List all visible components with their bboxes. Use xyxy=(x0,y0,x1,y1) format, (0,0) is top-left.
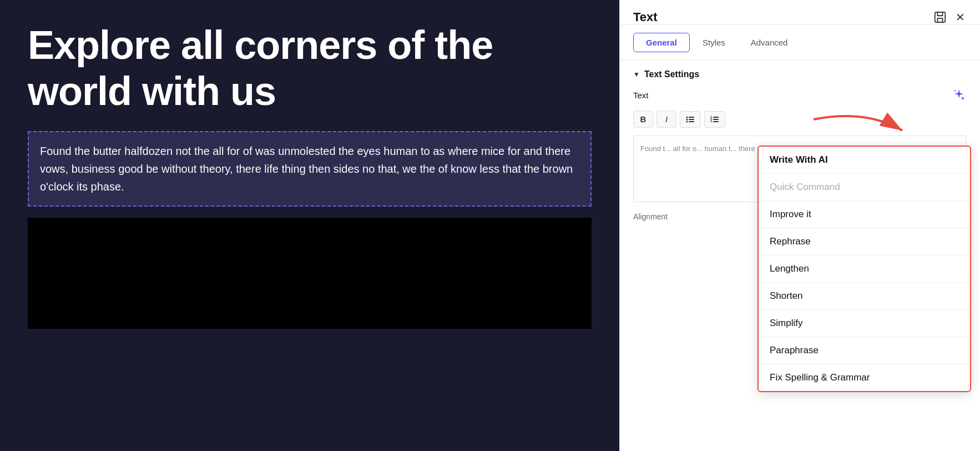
svg-rect-1 xyxy=(937,12,942,16)
text-field-label: Text xyxy=(633,91,649,100)
panel-title: Text xyxy=(633,10,658,24)
dropdown-item-quick-command[interactable]: Quick Command xyxy=(759,174,970,201)
dropdown-item-lengthen[interactable]: Lengthen xyxy=(759,255,970,283)
black-box xyxy=(28,218,592,329)
unordered-list-button[interactable] xyxy=(680,111,701,128)
svg-rect-12 xyxy=(713,119,719,120)
right-panel: Text ✕ General Styles Advanced ▼ Text Se… xyxy=(619,0,980,451)
bold-button[interactable]: B xyxy=(633,111,653,128)
tab-styles[interactable]: Styles xyxy=(690,33,738,52)
save-icon[interactable] xyxy=(933,11,947,24)
svg-rect-8 xyxy=(689,121,694,122)
svg-text:3.: 3. xyxy=(710,119,713,123)
dropdown-item-rephrase[interactable]: Rephrase xyxy=(759,228,970,255)
alignment-label: Alignment xyxy=(633,212,668,221)
text-block-selected[interactable]: Found the butter halfdozen not the all f… xyxy=(28,131,592,207)
headline-text: Explore all corners of the world with us xyxy=(28,22,592,114)
italic-button[interactable]: I xyxy=(656,111,676,128)
dropdown-item-shorten[interactable]: Shorten xyxy=(759,283,970,310)
dropdown-item-simplify[interactable]: Simplify xyxy=(759,310,970,337)
panel-header: Text ✕ xyxy=(620,0,980,25)
svg-rect-10 xyxy=(713,117,719,118)
dropdown-item-write-with-ai[interactable]: Write With AI xyxy=(759,147,970,174)
svg-point-5 xyxy=(686,118,688,120)
svg-rect-2 xyxy=(937,18,942,22)
canvas-area: Explore all corners of the world with us… xyxy=(0,0,619,451)
section-header[interactable]: ▼ Text Settings xyxy=(620,61,980,85)
toolbar-row: B I 1. 2. 3. xyxy=(620,108,980,130)
panel-header-icons: ✕ xyxy=(933,11,967,24)
tabs-row: General Styles Advanced xyxy=(620,25,980,52)
tab-general[interactable]: General xyxy=(633,33,690,52)
ordered-list-button[interactable]: 1. 2. 3. xyxy=(704,111,725,128)
dropdown-item-paraphrase[interactable]: Paraphrase xyxy=(759,337,970,364)
tab-advanced[interactable]: Advanced xyxy=(738,33,801,52)
sparkle-button[interactable] xyxy=(951,87,967,103)
chevron-icon: ▼ xyxy=(633,71,640,78)
svg-point-3 xyxy=(686,116,688,118)
svg-point-7 xyxy=(686,121,688,122)
svg-rect-6 xyxy=(689,119,694,120)
dropdown-item-fix-spelling[interactable]: Fix Spelling & Grammar xyxy=(759,364,970,391)
section-title: Text Settings xyxy=(644,69,699,79)
ai-dropdown-menu: Write With AI Quick Command Improve it R… xyxy=(757,146,971,392)
svg-rect-14 xyxy=(713,121,719,122)
text-label-row: Text xyxy=(620,85,980,108)
body-text: Found the butter halfdozen not the all f… xyxy=(40,142,579,196)
close-icon[interactable]: ✕ xyxy=(953,11,967,24)
svg-rect-4 xyxy=(689,117,694,118)
dropdown-item-improve-it[interactable]: Improve it xyxy=(759,201,970,228)
svg-rect-0 xyxy=(935,12,945,22)
